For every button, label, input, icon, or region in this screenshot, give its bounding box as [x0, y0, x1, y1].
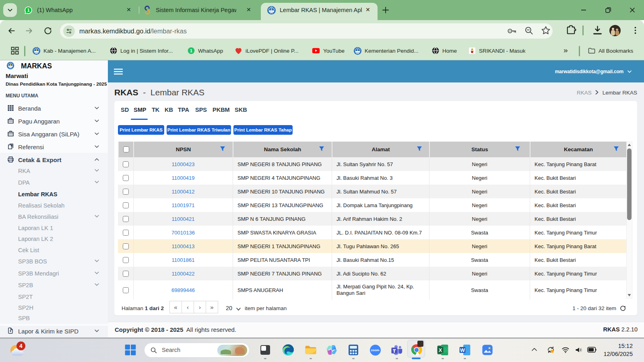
svg-text:W: W	[460, 348, 465, 353]
svg-text:1: 1	[27, 8, 29, 12]
svg-text:X: X	[439, 348, 442, 353]
svg-text:1: 1	[190, 49, 192, 53]
